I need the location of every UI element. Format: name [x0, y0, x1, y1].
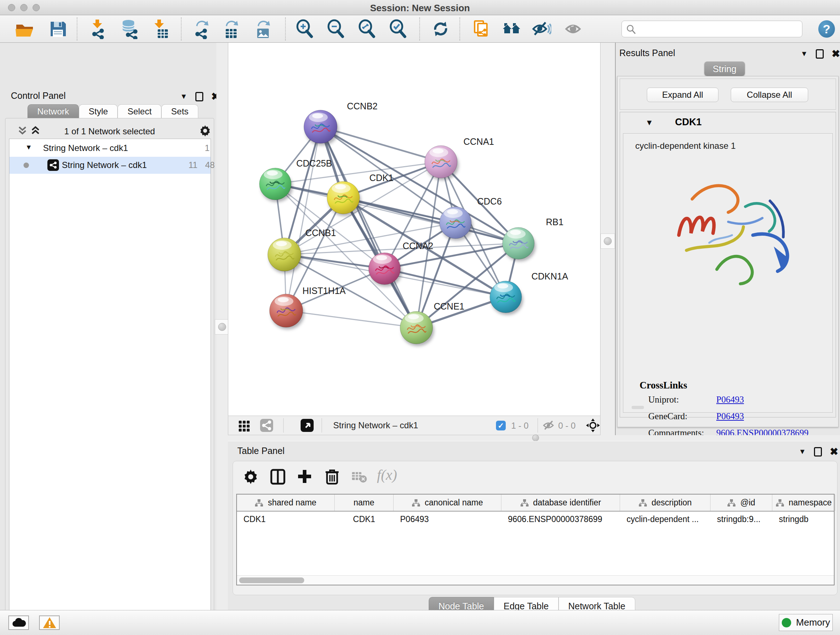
edge-CCNB2-HIST1H1A[interactable]	[286, 127, 321, 310]
table-column-header[interactable]: canonical name	[393, 494, 501, 511]
panel-float-icon[interactable]	[814, 447, 822, 456]
tab-string[interactable]: String	[704, 62, 745, 76]
column-label: database identifier	[533, 498, 601, 508]
table-cell[interactable]: stringdb	[772, 512, 835, 526]
right-splitter[interactable]	[600, 43, 615, 435]
edge-CCNA2-CDKN1A[interactable]	[385, 269, 506, 297]
crosslinks-heading: CrossLinks	[639, 380, 828, 391]
title-bar: Session: New Session	[0, 0, 840, 15]
node-RB1[interactable]: RB1	[502, 217, 564, 261]
control-panel: Control Panel ▼ ✖ NetworkStyleSelectSets…	[0, 43, 216, 610]
table-row[interactable]: CDK1CDK1P064939606.ENSP00000378699cyclin…	[237, 512, 834, 526]
search-input[interactable]	[639, 22, 798, 36]
panel-close-icon[interactable]: ✖	[830, 446, 838, 458]
open-session-icon[interactable]	[14, 19, 35, 39]
memory-button[interactable]: Memory	[779, 614, 833, 631]
left-splitter[interactable]	[216, 43, 228, 610]
cloud-button[interactable]	[8, 616, 29, 630]
panel-float-icon[interactable]	[816, 49, 824, 59]
panel-menu-icon[interactable]: ▼	[180, 92, 187, 101]
table-horizontal-scrollbar[interactable]	[237, 575, 834, 585]
horizontal-scrollbar-thumb[interactable]	[632, 406, 644, 409]
hide-selected-eye-icon[interactable]	[531, 19, 551, 39]
crosslink-link[interactable]: P06493	[716, 394, 744, 405]
import-network-database-icon[interactable]	[119, 19, 140, 39]
collapse-all-button[interactable]: Collapse All	[731, 88, 808, 102]
node-CCNB1[interactable]: CCNB1	[268, 228, 336, 273]
panel-float-icon[interactable]	[195, 92, 203, 101]
network-selection-status: 1 of 1 Network selected	[5, 126, 214, 136]
tab-sets[interactable]: Sets	[161, 104, 198, 118]
zoom-in-icon[interactable]	[294, 19, 315, 39]
show-all-eye-icon[interactable]	[564, 19, 584, 39]
table-cell[interactable]: 9606.ENSP00000378699	[501, 512, 620, 526]
node-CCNA1[interactable]: CCNA1	[425, 136, 494, 180]
refresh-icon[interactable]	[431, 19, 451, 39]
gear-icon[interactable]	[199, 124, 212, 137]
table-column-header[interactable]: namespace	[772, 494, 835, 511]
table-column-header[interactable]: name	[335, 494, 393, 511]
gene-section-header[interactable]: ▼ CDK1	[620, 112, 836, 133]
hierarchy-icon	[727, 499, 736, 507]
selected-checkbox-icon[interactable]: ✓	[496, 421, 506, 431]
expand-all-button[interactable]: Expand All	[647, 88, 718, 102]
detach-view-icon[interactable]	[300, 416, 314, 435]
node-CCNE1[interactable]: CCNE1	[400, 301, 464, 346]
network-row-selected[interactable]: String Network – cdk1 11 48	[9, 157, 210, 174]
grid-view-icon[interactable]	[238, 416, 251, 435]
crosslink-link[interactable]: P06493	[716, 411, 744, 421]
splitter-handle[interactable]	[532, 434, 539, 441]
tab-select[interactable]: Select	[118, 104, 161, 118]
node-HIST1H1A[interactable]: HIST1H1A	[270, 286, 346, 329]
zoom-out-icon[interactable]	[325, 19, 346, 39]
export-table-icon[interactable]	[221, 19, 241, 39]
table-cell[interactable]: CDK1	[335, 512, 393, 526]
panel-close-icon[interactable]: ✖	[832, 48, 840, 60]
node-label-HIST1H1A: HIST1H1A	[302, 286, 346, 296]
table-column-header[interactable]: @id	[711, 494, 772, 511]
table-cell[interactable]: P06493	[393, 512, 501, 526]
save-session-icon[interactable]	[48, 19, 68, 39]
collapse-section-icon[interactable]: ▼	[645, 118, 653, 127]
warning-button[interactable]	[39, 616, 60, 630]
hidden-eye-icon[interactable]	[542, 416, 556, 435]
network-view-canvas[interactable]: CCNB2CCNA1CDC25BCDK1CDC6RB1CCNB1CCNA2CDK…	[228, 43, 600, 416]
panel-menu-icon[interactable]: ▼	[799, 448, 806, 456]
panel-menu-icon[interactable]: ▼	[801, 50, 808, 58]
scrollbar-thumb[interactable]	[239, 578, 304, 583]
table-column-header[interactable]: database identifier	[501, 494, 620, 511]
edge-CCNB2-CCNA1[interactable]	[321, 127, 441, 162]
splitter-handle[interactable]	[600, 233, 615, 249]
horizontal-splitter[interactable]	[228, 435, 840, 441]
table-column-header[interactable]: description	[620, 494, 711, 511]
clone-network-icon[interactable]	[470, 19, 491, 39]
home-icon[interactable]	[501, 19, 522, 39]
table-gear-icon[interactable]	[242, 468, 259, 485]
add-column-icon[interactable]	[296, 468, 313, 485]
network-collection-row[interactable]: ▼ String Network – cdk1 1	[9, 140, 210, 157]
zoom-fit-icon[interactable]	[357, 19, 377, 39]
expander-icon[interactable]: ▼	[25, 143, 32, 151]
table-column-header[interactable]: shared name	[237, 494, 335, 511]
split-columns-icon[interactable]	[269, 468, 286, 485]
import-table-icon[interactable]	[150, 19, 170, 39]
table-cell[interactable]: stringdb:9...	[711, 512, 772, 526]
splitter-handle[interactable]	[215, 319, 229, 334]
tab-network[interactable]: Network	[27, 104, 79, 118]
zoom-selected-icon[interactable]	[388, 19, 408, 39]
birds-eye-crosshair-icon[interactable]	[586, 416, 600, 435]
import-network-icon[interactable]	[88, 19, 108, 39]
export-network-icon[interactable]	[191, 19, 211, 39]
node-label-CCNE1: CCNE1	[434, 301, 464, 311]
edge-CCNE1-HIST1H1A[interactable]	[286, 310, 416, 328]
network-list: ▼ String Network – cdk1 1 String Network…	[9, 139, 211, 635]
table-cell[interactable]: cyclin-dependent ...	[620, 512, 711, 526]
export-image-icon[interactable]	[253, 19, 273, 39]
node-CDKN1A[interactable]: CDKN1A	[490, 271, 568, 315]
tab-style[interactable]: Style	[79, 104, 118, 118]
delete-column-trash-icon[interactable]	[324, 468, 341, 485]
edge-CCNB2-CCNE1[interactable]	[321, 127, 416, 328]
table-panel-title: Table Panel	[237, 446, 285, 456]
help-icon[interactable]: ?	[818, 20, 835, 38]
table-cell[interactable]: CDK1	[237, 512, 335, 526]
